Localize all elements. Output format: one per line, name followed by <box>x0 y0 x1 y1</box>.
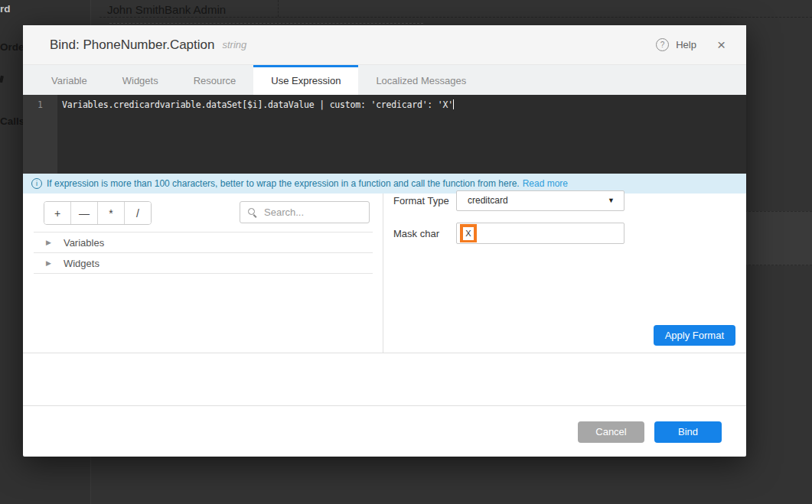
plus-operator-button[interactable]: + <box>44 202 70 224</box>
canvas-dashed-outline-top <box>99 17 812 18</box>
multiply-operator-button[interactable]: * <box>97 202 124 224</box>
read-more-link[interactable]: Read more <box>523 178 568 189</box>
dialog-content: + — * / ▶ Variables ▶ Widgets <box>23 193 746 353</box>
mask-char-label: Mask char <box>393 228 439 239</box>
chevron-down-icon: ▼ <box>608 197 615 204</box>
info-icon: i <box>31 178 42 189</box>
format-type-label: Format Type <box>393 195 449 206</box>
dialog-spacer <box>23 353 746 405</box>
close-icon[interactable]: × <box>717 37 726 52</box>
canvas-dashed-outline-vertical <box>278 0 279 17</box>
sidebar-fragment-mark <box>0 76 4 83</box>
search-box <box>240 201 370 223</box>
search-icon <box>248 208 257 217</box>
editor-gutter: 1 <box>23 95 57 174</box>
canvas-dashed-outline-box <box>109 23 423 24</box>
format-type-value: creditcard <box>468 195 608 206</box>
editor-line-number: 1 <box>38 99 43 110</box>
dialog-type-hint: string <box>222 39 246 50</box>
format-panel: Format Type creditcard ▼ Mask char X App… <box>383 193 746 353</box>
search-input[interactable] <box>263 206 369 219</box>
divide-operator-button[interactable]: / <box>124 202 151 224</box>
mask-char-highlight: X <box>460 224 477 242</box>
dialog-header: Bind: PhoneNumber.Caption string ? Help … <box>23 25 746 65</box>
dialog-title: Bind: PhoneNumber.Caption <box>50 37 214 53</box>
expression-builder-panel: + — * / ▶ Variables ▶ Widgets <box>23 193 383 353</box>
minus-operator-button[interactable]: — <box>70 202 97 224</box>
help-icon[interactable]: ? <box>656 38 669 51</box>
tab-widgets[interactable]: Widgets <box>105 65 176 95</box>
sidebar-item-calls-fragment: Calls <box>0 115 24 127</box>
bind-button[interactable]: Bind <box>654 421 722 443</box>
expression-info-bar: i If expression is more than 100 charact… <box>23 174 746 193</box>
tab-use-expression[interactable]: Use Expression <box>253 65 358 95</box>
apply-format-button[interactable]: Apply Format <box>654 325 735 346</box>
info-text: If expression is more than 100 character… <box>47 178 520 189</box>
operator-button-group: + — * / <box>44 201 152 225</box>
chevron-right-icon[interactable]: ▶ <box>46 259 51 267</box>
bind-dialog: Bind: PhoneNumber.Caption string ? Help … <box>23 25 746 457</box>
sidebar-item-dashboard-fragment: rd <box>0 3 11 15</box>
editor-cursor <box>453 99 454 109</box>
tree-node-widgets[interactable]: ▶ Widgets <box>34 253 373 274</box>
format-type-select[interactable]: creditcard ▼ <box>456 190 624 211</box>
expression-code: Variables.credicardvariable.dataSet[$i].… <box>62 99 453 110</box>
expression-editor[interactable]: 1 Variables.credicardvariable.dataSet[$i… <box>23 95 746 174</box>
dialog-tabs: Variable Widgets Resource Use Expression… <box>23 65 746 95</box>
tab-resource[interactable]: Resource <box>176 65 254 95</box>
binding-source-tree: ▶ Variables ▶ Widgets <box>34 232 373 274</box>
chevron-right-icon[interactable]: ▶ <box>46 239 51 246</box>
tab-variable[interactable]: Variable <box>34 65 105 95</box>
tree-node-label: Variables <box>64 237 104 249</box>
cancel-button[interactable]: Cancel <box>578 421 644 443</box>
help-button[interactable]: Help <box>676 39 696 50</box>
background-page-title: John SmithBank Admin <box>107 3 226 16</box>
mask-char-input[interactable]: X <box>456 223 624 244</box>
tab-localized-messages[interactable]: Localized Messages <box>358 65 484 95</box>
editor-code-area[interactable]: Variables.credicardvariable.dataSet[$i].… <box>57 95 746 174</box>
tree-node-label: Widgets <box>64 258 99 269</box>
mask-char-value: X <box>463 227 474 240</box>
dialog-footer: Cancel Bind <box>23 405 746 457</box>
tree-node-variables[interactable]: ▶ Variables <box>34 232 373 253</box>
dialog-header-actions: ? Help × <box>656 25 726 64</box>
